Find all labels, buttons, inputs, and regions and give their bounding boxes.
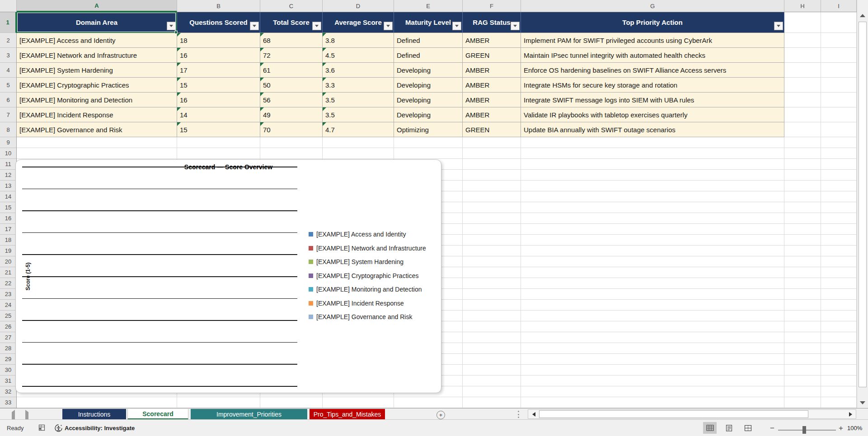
cell-E2[interactable]: Defined [394,33,463,48]
page-break-view-button[interactable] [741,422,755,434]
table-header-cell[interactable]: RAG Status [463,12,521,33]
row-header-30[interactable]: 30 [0,365,16,376]
cell-E8[interactable]: Optimizing [394,122,463,137]
scroll-left-button[interactable] [529,410,538,418]
row-header-4[interactable]: 4 [0,63,16,78]
cell-A6[interactable]: [EXAMPLE] Monitoring and Detection [17,93,177,107]
table-header-cell[interactable]: Top Priority Action [521,12,784,33]
legend-item[interactable]: [EXAMPLE] System Hardening [309,258,404,265]
cell-F8[interactable]: GREEN [463,122,521,137]
row-header-19[interactable]: 19 [0,246,16,256]
cell-B3[interactable]: 16 [177,48,260,63]
row-header-12[interactable]: 12 [0,170,16,181]
sheet-tab-instructions[interactable]: Instructions [62,409,126,420]
cell-A5[interactable]: [EXAMPLE] Cryptographic Practices [17,78,177,93]
row-header-17[interactable]: 17 [0,224,16,235]
horizontal-scrollbar-thumb[interactable] [539,410,808,418]
filter-dropdown-icon[interactable] [312,22,321,30]
cell-G2[interactable]: Implement PAM for SWIFT privileged accou… [521,33,784,48]
cell-E4[interactable]: Developing [394,63,463,78]
column-header-F[interactable]: F [463,0,521,12]
cell-B5[interactable]: 15 [177,78,260,93]
row-header-13[interactable]: 13 [0,181,16,191]
cell-C7[interactable]: 49 [260,107,323,122]
cell-B6[interactable]: 16 [177,93,260,107]
row-header-27[interactable]: 27 [0,332,16,343]
cell-F4[interactable]: AMBER [463,63,521,78]
page-layout-view-button[interactable] [722,422,736,434]
cell-B8[interactable]: 15 [177,122,260,137]
select-all-button[interactable] [0,0,17,12]
cell-C5[interactable]: 50 [260,78,323,93]
row-header-31[interactable]: 31 [0,376,16,386]
cell-E3[interactable]: Defined [394,48,463,63]
add-sheet-button[interactable]: + [436,411,445,419]
cell-E6[interactable]: Developing [394,93,463,107]
column-header-C[interactable]: C [260,0,323,12]
cell-G7[interactable]: Validate IR playbooks with tabletop exer… [521,107,784,122]
row-header-9[interactable]: 9 [0,137,16,148]
row-header-11[interactable]: 11 [0,159,16,170]
embedded-chart[interactable]: Scorecard — Score Overview Score (1-5) [… [15,159,441,393]
zoom-slider-handle[interactable] [802,426,806,434]
legend-item[interactable]: [EXAMPLE] Network and Infrastructure [309,245,426,252]
filter-dropdown-icon[interactable] [250,22,259,30]
cell-G8[interactable]: Update BIA annually with SWIFT outage sc… [521,122,784,137]
legend-item[interactable]: [EXAMPLE] Access and Identity [309,231,406,238]
filter-dropdown-icon[interactable] [774,22,783,30]
row-header-24[interactable]: 24 [0,300,16,311]
column-header-H[interactable]: H [784,0,821,12]
sheet-tab-improvement_priorities[interactable]: Improvement_Priorities [191,409,307,420]
row-header-20[interactable]: 20 [0,256,16,267]
cell-B7[interactable]: 14 [177,107,260,122]
legend-item[interactable]: [EXAMPLE] Cryptographic Practices [309,272,418,279]
cell-C2[interactable]: 68 [260,33,323,48]
row-header-14[interactable]: 14 [0,191,16,202]
zoom-slider-track[interactable] [778,430,836,431]
legend-item[interactable]: [EXAMPLE] Monitoring and Detection [309,286,422,293]
cell-C3[interactable]: 72 [260,48,323,63]
row-header-32[interactable]: 32 [0,386,16,397]
cell-A3[interactable]: [EXAMPLE] Network and Infrastructure [17,48,177,63]
cell-G6[interactable]: Integrate SWIFT message logs into SIEM w… [521,93,784,107]
filter-dropdown-icon[interactable] [167,22,176,30]
cell-D6[interactable]: 3.5 [323,93,394,107]
row-header-33[interactable]: 33 [0,397,16,408]
cell-F7[interactable]: AMBER [463,107,521,122]
cell-F3[interactable]: GREEN [463,48,521,63]
cell-B4[interactable]: 17 [177,63,260,78]
row-header-21[interactable]: 21 [0,267,16,278]
column-header-B[interactable]: B [177,0,260,12]
scroll-up-button[interactable] [858,11,867,20]
row-header-18[interactable]: 18 [0,235,16,246]
tab-splitter-handle[interactable] [518,411,520,418]
row-header-2[interactable]: 2 [0,33,16,48]
row-header-7[interactable]: 7 [0,107,16,122]
column-header-I[interactable]: I [821,0,857,12]
row-header-26[interactable]: 26 [0,321,16,332]
normal-view-button[interactable] [703,422,717,434]
row-header-28[interactable]: 28 [0,343,16,354]
cell-A2[interactable]: [EXAMPLE] Access and Identity [17,33,177,48]
cell-D3[interactable]: 4.5 [323,48,394,63]
table-header-cell[interactable]: Questions Scored [177,12,260,33]
macro-record-icon[interactable] [38,424,46,433]
zoom-level[interactable]: 100% [847,425,862,431]
row-header-15[interactable]: 15 [0,202,16,213]
horizontal-scrollbar[interactable] [528,409,856,419]
row-header-6[interactable]: 6 [0,93,16,107]
zoom-in-button[interactable]: + [837,424,845,433]
cell-D4[interactable]: 3.6 [323,63,394,78]
vertical-scrollbar[interactable] [857,0,868,408]
sheet-tab-pro_tips_and_mistakes[interactable]: Pro_Tips_and_Mistakes [310,409,385,420]
cell-G3[interactable]: Maintain IPsec tunnel integrity with aut… [521,48,784,63]
column-header-A[interactable]: A [17,0,177,12]
cell-B2[interactable]: 18 [177,33,260,48]
table-header-cell[interactable]: Total Score [260,12,323,33]
scroll-right-button[interactable] [846,410,855,418]
column-header-E[interactable]: E [394,0,463,12]
cell-E5[interactable]: Developing [394,78,463,93]
cell-A7[interactable]: [EXAMPLE] Incident Response [17,107,177,122]
legend-item[interactable]: [EXAMPLE] Governance and Risk [309,313,412,320]
cell-C4[interactable]: 61 [260,63,323,78]
